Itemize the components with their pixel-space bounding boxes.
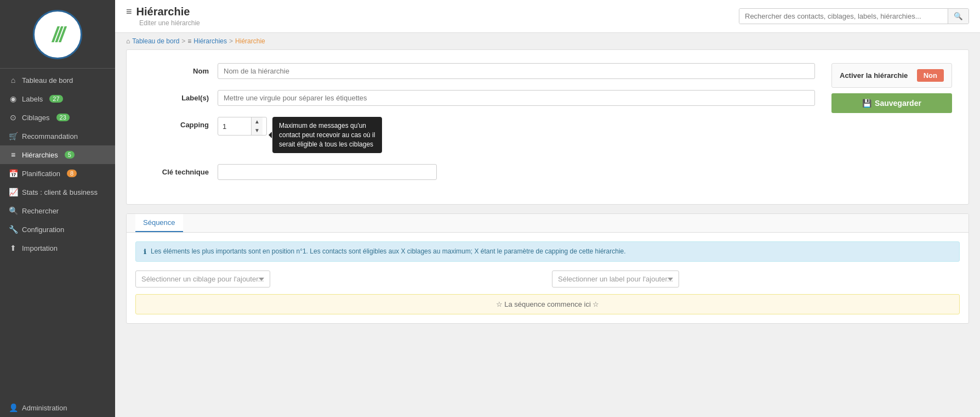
nom-label: Nom (143, 63, 209, 75)
sidebar-item-label: Planification (22, 170, 60, 178)
sequence-card: Séquence ℹ Les éléments les plus importa… (126, 213, 969, 324)
capping-up-arrow[interactable]: ▲ (252, 117, 263, 126)
sequence-tabs: Séquence (127, 214, 968, 233)
sidebar-logo: /// (0, 0, 115, 68)
labels-icon: ◉ (9, 94, 18, 103)
main-content: ≡ Hiérarchie Editer une hiérarchie 🔍 ⌂ T… (115, 0, 980, 417)
sidebar-item-recommandation[interactable]: 🛒 Recommandation (0, 127, 115, 145)
labels-input[interactable] (218, 90, 815, 106)
search-bar: 🔍 (739, 8, 969, 24)
capping-input[interactable] (218, 119, 251, 134)
sidebar-item-tableau-de-bord[interactable]: ⌂ Tableau de bord (0, 71, 115, 89)
sequence-content: ℹ Les éléments les plus importants sont … (127, 233, 968, 323)
form-sidebar-panel: Activer la hiérarchie Non 💾 Sauvegarder (831, 63, 952, 191)
recommandation-icon: 🛒 (9, 132, 18, 140)
configuration-icon: 🔧 (9, 225, 18, 234)
capping-label: Capping (143, 117, 209, 129)
sequence-start-icon-left: ☆ (496, 300, 503, 308)
label-select-wrapper: Sélectionner un label pour l'ajouter... (552, 271, 960, 288)
planification-badge: 8 (67, 170, 77, 177)
sequence-start-label: La séquence commence ici (504, 300, 591, 308)
sidebar-item-stats[interactable]: 📈 Stats : client & business (0, 183, 115, 201)
info-text: Les éléments les plus importants sont en… (151, 247, 626, 255)
capping-arrows: ▲ ▼ (251, 117, 263, 135)
topbar-title: ≡ Hiérarchie Editer une hiérarchie (126, 5, 200, 27)
sidebar: /// ⌂ Tableau de bord ◉ Labels 27 ⊙ Cibl… (0, 0, 115, 417)
sidebar-item-label: Tableau de bord (22, 76, 73, 84)
planification-icon: 📅 (9, 169, 18, 178)
nom-input[interactable] (218, 63, 815, 79)
topbar: ≡ Hiérarchie Editer une hiérarchie 🔍 (115, 0, 980, 33)
sidebar-item-importation[interactable]: ⬆ Importation (0, 239, 115, 257)
sidebar-item-label: Importation (22, 244, 58, 252)
sidebar-item-rechercher[interactable]: 🔍 Rechercher (0, 201, 115, 220)
content-area: Nom Label(s) Capping ▲ (115, 49, 980, 417)
breadcrumb-current: Hiérarchie (235, 37, 265, 45)
info-box: ℹ Les éléments les plus importants sont … (135, 241, 960, 262)
breadcrumb: ⌂ Tableau de bord > ≡ Hiérarchies > Hiér… (115, 33, 980, 49)
cle-technique-input[interactable] (218, 164, 437, 180)
importation-icon: ⬆ (9, 244, 18, 252)
save-label: Sauvegarder (875, 99, 921, 108)
save-button[interactable]: 💾 Sauvegarder (831, 93, 952, 113)
sidebar-item-label: Administration (22, 404, 67, 412)
sidebar-item-label: Configuration (22, 226, 64, 234)
sidebar-item-label: Labels (22, 95, 43, 103)
activate-label: Activer la hiérarchie (840, 71, 908, 80)
breadcrumb-home-icon: ⌂ (126, 37, 130, 45)
sidebar-item-label: Recommandation (22, 132, 78, 140)
capping-row: Capping ▲ ▼ Maximum de messages qu'un co… (143, 117, 815, 153)
search-button[interactable]: 🔍 (948, 9, 968, 24)
sidebar-item-label: Stats : client & business (22, 188, 98, 196)
activate-toggle[interactable]: Non (917, 69, 944, 82)
sidebar-item-administration[interactable]: 👤 Administration (0, 398, 115, 417)
search-icon: 🔍 (954, 12, 963, 20)
capping-down-arrow[interactable]: ▼ (252, 126, 263, 135)
search-input[interactable] (739, 9, 948, 24)
info-icon: ℹ (144, 248, 146, 256)
sequence-start-icon-right: ☆ (592, 300, 599, 308)
logo-text: /// (52, 23, 63, 47)
capping-input-wrap: ▲ ▼ (218, 117, 267, 136)
hierarchies-icon: ≡ (9, 150, 18, 159)
rechercher-icon: 🔍 (9, 206, 18, 215)
capping-tooltip: Maximum de messages qu'un contact peut r… (272, 117, 382, 153)
cle-technique-label: Clé technique (143, 164, 209, 176)
sidebar-item-labels[interactable]: ◉ Labels 27 (0, 89, 115, 108)
sidebar-item-label: Hiérarchies (22, 151, 58, 159)
stats-icon: 📈 (9, 188, 18, 196)
breadcrumb-tableau-de-bord[interactable]: Tableau de bord (132, 37, 179, 45)
form-main: Nom Label(s) Capping ▲ (143, 63, 815, 191)
home-icon: ⌂ (9, 76, 18, 84)
sidebar-item-configuration[interactable]: 🔧 Configuration (0, 220, 115, 239)
ciblages-icon: ⊙ (9, 113, 18, 122)
page-subtitle: Editer une hiérarchie (139, 19, 200, 27)
administration-icon: 👤 (9, 403, 18, 412)
tab-sequence[interactable]: Séquence (135, 214, 183, 232)
nom-row: Nom (143, 63, 815, 79)
labels-row: Label(s) (143, 90, 815, 106)
form-card: Nom Label(s) Capping ▲ (126, 49, 969, 205)
cle-technique-row: Clé technique (143, 164, 815, 180)
sidebar-item-ciblages[interactable]: ⊙ Ciblages 23 (0, 108, 115, 127)
hierarchy-icon: ≡ (126, 6, 132, 18)
dropdowns-row: Sélectionner un ciblage pour l'ajouter..… (135, 271, 960, 288)
page-title: Hiérarchie (136, 5, 190, 18)
ciblage-select[interactable]: Sélectionner un ciblage pour l'ajouter..… (135, 271, 270, 288)
labels-badge: 27 (49, 95, 62, 103)
activate-row: Activer la hiérarchie Non (831, 63, 952, 88)
labels-label: Label(s) (143, 90, 209, 102)
sidebar-item-planification[interactable]: 📅 Planification 8 (0, 164, 115, 183)
sequence-start: ☆ La séquence commence ici ☆ (135, 294, 960, 314)
hierarchies-badge: 5 (65, 151, 75, 159)
logo-circle: /// (33, 10, 82, 59)
sidebar-item-hierarchies[interactable]: ≡ Hiérarchies 5 (0, 145, 115, 164)
sidebar-item-label: Rechercher (22, 207, 59, 215)
capping-wrapper: ▲ ▼ Maximum de messages qu'un contact pe… (218, 117, 382, 153)
ciblage-select-wrapper: Sélectionner un ciblage pour l'ajouter..… (135, 271, 543, 288)
save-icon: 💾 (862, 99, 871, 108)
breadcrumb-hierarchies[interactable]: Hiérarchies (193, 37, 227, 45)
sidebar-item-label: Ciblages (22, 114, 50, 122)
breadcrumb-hierarchies-icon: ≡ (187, 37, 191, 45)
label-select[interactable]: Sélectionner un label pour l'ajouter... (552, 271, 679, 288)
